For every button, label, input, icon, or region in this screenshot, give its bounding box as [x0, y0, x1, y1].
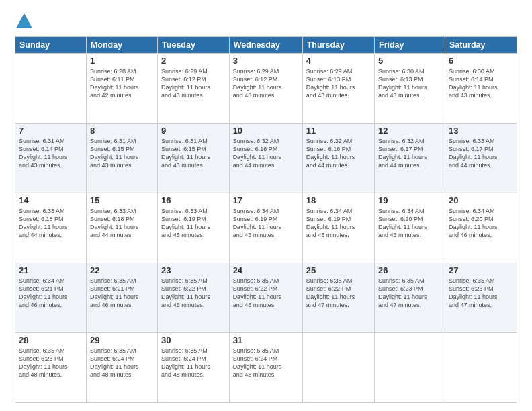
day-number: 21	[19, 265, 83, 275]
calendar-cell: 5Sunrise: 6:30 AM Sunset: 6:13 PM Daylig…	[375, 54, 445, 124]
day-number: 20	[449, 195, 513, 205]
calendar-cell: 11Sunrise: 6:32 AM Sunset: 6:16 PM Dayli…	[302, 124, 374, 193]
day-info: Sunrise: 6:35 AM Sunset: 6:24 PM Dayligh…	[90, 347, 154, 379]
calendar-cell: 31Sunrise: 6:35 AM Sunset: 6:24 PM Dayli…	[229, 333, 302, 403]
calendar-cell: 23Sunrise: 6:35 AM Sunset: 6:22 PM Dayli…	[158, 263, 230, 333]
calendar-cell: 2Sunrise: 6:29 AM Sunset: 6:12 PM Daylig…	[158, 54, 230, 124]
calendar-cell: 16Sunrise: 6:33 AM Sunset: 6:19 PM Dayli…	[158, 193, 230, 263]
day-number: 10	[233, 126, 299, 136]
calendar-cell: 3Sunrise: 6:29 AM Sunset: 6:12 PM Daylig…	[229, 54, 302, 124]
day-number: 2	[161, 56, 226, 66]
calendar-cell: 27Sunrise: 6:35 AM Sunset: 6:23 PM Dayli…	[445, 263, 517, 333]
day-number: 14	[19, 195, 83, 205]
calendar-cell: 18Sunrise: 6:34 AM Sunset: 6:19 PM Dayli…	[302, 193, 374, 263]
day-of-week-header: Friday	[375, 37, 445, 54]
calendar-table: SundayMondayTuesdayWednesdayThursdayFrid…	[15, 36, 517, 403]
calendar-cell: 12Sunrise: 6:32 AM Sunset: 6:17 PM Dayli…	[375, 124, 445, 193]
calendar-cell: 9Sunrise: 6:31 AM Sunset: 6:15 PM Daylig…	[158, 124, 230, 193]
day-info: Sunrise: 6:32 AM Sunset: 6:17 PM Dayligh…	[378, 137, 441, 170]
calendar-cell: 29Sunrise: 6:35 AM Sunset: 6:24 PM Dayli…	[86, 333, 157, 403]
day-info: Sunrise: 6:33 AM Sunset: 6:17 PM Dayligh…	[449, 137, 513, 170]
day-of-week-header: Wednesday	[229, 37, 302, 54]
calendar-cell: 13Sunrise: 6:33 AM Sunset: 6:17 PM Dayli…	[445, 124, 517, 193]
day-of-week-header: Monday	[86, 37, 157, 54]
calendar-cell: 4Sunrise: 6:29 AM Sunset: 6:13 PM Daylig…	[302, 54, 374, 124]
day-info: Sunrise: 6:30 AM Sunset: 6:14 PM Dayligh…	[449, 67, 513, 100]
logo-icon	[15, 12, 34, 31]
day-number: 23	[161, 265, 226, 275]
calendar-cell: 25Sunrise: 6:35 AM Sunset: 6:22 PM Dayli…	[302, 263, 374, 333]
day-number: 1	[90, 56, 154, 66]
day-number: 5	[378, 56, 441, 66]
day-number: 4	[306, 56, 371, 66]
day-info: Sunrise: 6:35 AM Sunset: 6:24 PM Dayligh…	[233, 347, 299, 379]
calendar-cell	[15, 54, 87, 124]
day-of-week-header: Saturday	[445, 37, 517, 54]
day-number: 6	[449, 56, 513, 66]
day-info: Sunrise: 6:33 AM Sunset: 6:18 PM Dayligh…	[19, 207, 83, 240]
day-info: Sunrise: 6:30 AM Sunset: 6:13 PM Dayligh…	[378, 67, 441, 100]
calendar-week-row: 21Sunrise: 6:34 AM Sunset: 6:21 PM Dayli…	[15, 263, 517, 333]
calendar-cell: 7Sunrise: 6:31 AM Sunset: 6:14 PM Daylig…	[15, 124, 87, 193]
calendar-cell: 6Sunrise: 6:30 AM Sunset: 6:14 PM Daylig…	[445, 54, 517, 124]
day-info: Sunrise: 6:32 AM Sunset: 6:16 PM Dayligh…	[233, 137, 299, 170]
day-info: Sunrise: 6:29 AM Sunset: 6:12 PM Dayligh…	[161, 67, 226, 100]
day-number: 11	[306, 126, 371, 136]
day-info: Sunrise: 6:32 AM Sunset: 6:16 PM Dayligh…	[306, 137, 371, 170]
day-number: 3	[233, 56, 299, 66]
day-info: Sunrise: 6:31 AM Sunset: 6:14 PM Dayligh…	[19, 137, 83, 170]
day-info: Sunrise: 6:28 AM Sunset: 6:11 PM Dayligh…	[90, 67, 154, 100]
day-info: Sunrise: 6:31 AM Sunset: 6:15 PM Dayligh…	[90, 137, 154, 170]
day-number: 25	[306, 265, 371, 275]
day-number: 31	[233, 335, 299, 345]
day-number: 7	[19, 126, 83, 136]
day-number: 19	[378, 195, 441, 205]
page: SundayMondayTuesdayWednesdayThursdayFrid…	[0, 0, 532, 411]
day-number: 12	[378, 126, 441, 136]
day-number: 30	[161, 335, 226, 345]
calendar-cell: 17Sunrise: 6:34 AM Sunset: 6:19 PM Dayli…	[229, 193, 302, 263]
day-of-week-header: Sunday	[15, 37, 87, 54]
calendar-cell: 14Sunrise: 6:33 AM Sunset: 6:18 PM Dayli…	[15, 193, 87, 263]
calendar-cell: 20Sunrise: 6:34 AM Sunset: 6:20 PM Dayli…	[445, 193, 517, 263]
day-of-week-header: Thursday	[302, 37, 374, 54]
day-info: Sunrise: 6:33 AM Sunset: 6:18 PM Dayligh…	[90, 207, 154, 240]
day-info: Sunrise: 6:34 AM Sunset: 6:20 PM Dayligh…	[378, 207, 441, 240]
calendar-cell: 1Sunrise: 6:28 AM Sunset: 6:11 PM Daylig…	[86, 54, 157, 124]
calendar-cell: 24Sunrise: 6:35 AM Sunset: 6:22 PM Dayli…	[229, 263, 302, 333]
calendar-cell	[445, 333, 517, 403]
header-row: SundayMondayTuesdayWednesdayThursdayFrid…	[15, 37, 517, 54]
day-info: Sunrise: 6:35 AM Sunset: 6:23 PM Dayligh…	[449, 277, 513, 310]
calendar-cell: 10Sunrise: 6:32 AM Sunset: 6:16 PM Dayli…	[229, 124, 302, 193]
svg-marker-1	[17, 16, 31, 27]
day-number: 29	[90, 335, 154, 345]
day-info: Sunrise: 6:35 AM Sunset: 6:22 PM Dayligh…	[233, 277, 299, 310]
day-info: Sunrise: 6:35 AM Sunset: 6:22 PM Dayligh…	[161, 277, 226, 310]
day-info: Sunrise: 6:35 AM Sunset: 6:24 PM Dayligh…	[161, 347, 226, 379]
calendar-cell: 8Sunrise: 6:31 AM Sunset: 6:15 PM Daylig…	[86, 124, 157, 193]
day-number: 16	[161, 195, 226, 205]
day-number: 8	[90, 126, 154, 136]
day-info: Sunrise: 6:35 AM Sunset: 6:23 PM Dayligh…	[19, 347, 83, 379]
calendar-week-row: 14Sunrise: 6:33 AM Sunset: 6:18 PM Dayli…	[15, 193, 517, 263]
day-number: 9	[161, 126, 226, 136]
day-info: Sunrise: 6:34 AM Sunset: 6:21 PM Dayligh…	[19, 277, 83, 310]
day-of-week-header: Tuesday	[158, 37, 230, 54]
day-info: Sunrise: 6:34 AM Sunset: 6:19 PM Dayligh…	[306, 207, 371, 240]
calendar-cell: 15Sunrise: 6:33 AM Sunset: 6:18 PM Dayli…	[86, 193, 157, 263]
day-number: 27	[449, 265, 513, 275]
day-number: 15	[90, 195, 154, 205]
day-info: Sunrise: 6:34 AM Sunset: 6:19 PM Dayligh…	[233, 207, 299, 240]
calendar-week-row: 28Sunrise: 6:35 AM Sunset: 6:23 PM Dayli…	[15, 333, 517, 403]
day-info: Sunrise: 6:35 AM Sunset: 6:21 PM Dayligh…	[90, 277, 154, 310]
calendar-cell: 28Sunrise: 6:35 AM Sunset: 6:23 PM Dayli…	[15, 333, 87, 403]
day-number: 13	[449, 126, 513, 136]
calendar-cell: 22Sunrise: 6:35 AM Sunset: 6:21 PM Dayli…	[86, 263, 157, 333]
header	[15, 12, 517, 31]
calendar-cell: 21Sunrise: 6:34 AM Sunset: 6:21 PM Dayli…	[15, 263, 87, 333]
day-info: Sunrise: 6:29 AM Sunset: 6:12 PM Dayligh…	[233, 67, 299, 100]
calendar-cell: 30Sunrise: 6:35 AM Sunset: 6:24 PM Dayli…	[158, 333, 230, 403]
day-info: Sunrise: 6:33 AM Sunset: 6:19 PM Dayligh…	[161, 207, 226, 240]
calendar-cell	[302, 333, 374, 403]
calendar-cell	[375, 333, 445, 403]
